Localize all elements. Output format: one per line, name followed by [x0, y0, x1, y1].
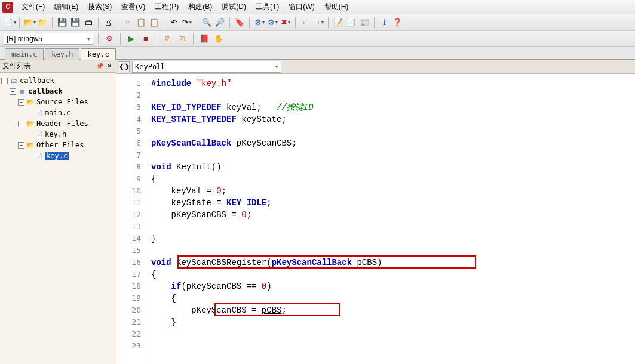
func-nav-button[interactable]: ❮❯ — [119, 61, 130, 72]
sidebar-close-icon[interactable]: ✕ — [105, 62, 113, 70]
tab-key-h[interactable]: key.h — [45, 48, 79, 60]
open-button[interactable]: 📂▾ — [23, 17, 35, 29]
collapse-icon[interactable]: − — [18, 121, 24, 127]
save-button[interactable]: 💾 — [56, 17, 68, 29]
tree-file-key-h[interactable]: 📄 key.h — [1, 129, 115, 140]
tree-file-key-c[interactable]: 📄 key.c — [1, 150, 115, 161]
build-button[interactable]: ⚙▾ — [266, 17, 278, 29]
menu-debug[interactable]: 调试(D) — [217, 1, 251, 13]
tree-file-main-c[interactable]: 📄 main.c — [1, 107, 115, 118]
tool3-button[interactable]: 📰 — [358, 17, 370, 29]
menu-tools[interactable]: 工具(T) — [251, 1, 284, 13]
collapse-icon[interactable]: − — [10, 88, 16, 95]
tree-project[interactable]: − ▦ callback — [1, 86, 115, 97]
save-all-button[interactable]: 🗃 — [82, 17, 94, 29]
open-project-button[interactable]: 📁 — [36, 17, 48, 29]
file-icon: 📄 — [35, 131, 43, 138]
file-tabs: main.c key.h key.c — [0, 47, 635, 60]
line-gutter: 1234567891011121314151617181920212223 — [116, 74, 146, 364]
undo-button[interactable]: ↶ — [168, 17, 180, 29]
target-combo[interactable]: [R] mingw5▾ — [4, 33, 93, 45]
debug1-button[interactable]: ⎚ — [162, 33, 174, 45]
print-button[interactable]: 🖨 — [102, 17, 114, 29]
workspace-icon: 🗂 — [10, 77, 18, 84]
menu-build[interactable]: 构建(B) — [183, 1, 217, 13]
tree-folder-other[interactable]: − 📂 Other Files — [1, 140, 115, 150]
sidebar-header: 文件列表 📌 ✕ — [0, 60, 116, 73]
menu-search[interactable]: 搜索(S) — [83, 1, 116, 13]
hand-button[interactable]: ✋ — [213, 33, 225, 45]
folder-icon: 📂 — [26, 120, 35, 127]
nav-fwd-button[interactable]: →▾ — [312, 17, 324, 29]
main-toolbar: 📄▾ 📂▾ 📁 💾 💾 🗃 🖨 ✂ 📋 📋 ↶ ↷▾ 🔍 🔎 🔖 ⚙▾ ⚙▾ ✖… — [0, 14, 635, 31]
find-button[interactable]: 🔍 — [201, 17, 213, 29]
file-icon: 📄 — [35, 152, 43, 159]
debug2-button[interactable]: ⎚ — [176, 33, 188, 45]
collapse-icon[interactable]: − — [1, 78, 8, 84]
code-content[interactable]: #include "key.h"KEY_ID_TYPEDEF keyVal; /… — [146, 74, 635, 364]
tree-workspace[interactable]: − 🗂 callback — [1, 75, 115, 86]
menu-edit[interactable]: 编辑(E) — [50, 1, 83, 13]
help-toolbar-button[interactable]: ℹ — [378, 17, 390, 29]
menu-project[interactable]: 工程(P) — [150, 1, 183, 13]
config-toolbar: [R] mingw5▾ ⚙ ▶ ■ ⎚ ⎚ 📕 ✋ — [0, 31, 635, 47]
file-icon: 📄 — [35, 109, 43, 116]
menu-view[interactable]: 查看(V) — [116, 1, 150, 13]
menubar: C 文件(F) 编辑(E) 搜索(S) 查看(V) 工程(P) 构建(B) 调试… — [0, 0, 635, 14]
folder-icon: 📂 — [26, 98, 35, 106]
menu-help[interactable]: 帮助(H) — [320, 1, 354, 13]
tool2-button[interactable]: 📑 — [345, 17, 357, 29]
book-button[interactable]: 📕 — [198, 33, 210, 45]
cut-button[interactable]: ✂ — [122, 17, 134, 29]
run-button[interactable]: ▶ — [125, 33, 137, 45]
sidebar-title: 文件列表 — [2, 61, 31, 71]
function-combo[interactable]: KeyPoll▾ — [132, 61, 281, 73]
tool1-button[interactable]: 📝 — [332, 17, 344, 29]
redo-button[interactable]: ↷▾ — [181, 17, 193, 29]
find-in-files-button[interactable]: 🔎 — [214, 17, 226, 29]
code-area[interactable]: 1234567891011121314151617181920212223 #i… — [116, 74, 635, 364]
sidebar-pin-icon[interactable]: 📌 — [96, 62, 104, 70]
tree-folder-source[interactable]: − 📂 Source Files — [1, 97, 115, 107]
bookmark-button[interactable]: 🔖 — [234, 17, 246, 29]
function-bar: ❮❯ KeyPoll▾ — [116, 60, 635, 74]
rebuild-button[interactable]: ✖▾ — [280, 17, 292, 29]
app-icon: C — [2, 2, 13, 13]
about-button[interactable]: ❓ — [391, 17, 403, 29]
menu-file[interactable]: 文件(F) — [17, 1, 50, 13]
collapse-icon[interactable]: − — [18, 142, 24, 149]
editor: ❮❯ KeyPoll▾ 1234567891011121314151617181… — [116, 60, 635, 364]
paste-button[interactable]: 📋 — [148, 17, 160, 29]
compile-button[interactable]: ⚙▾ — [253, 17, 265, 29]
collapse-icon[interactable]: − — [18, 99, 24, 106]
sidebar: 文件列表 📌 ✕ − 🗂 callback − ▦ callback − 📂 — [0, 60, 116, 364]
file-tree[interactable]: − 🗂 callback − ▦ callback − 📂 Source Fil… — [0, 73, 116, 164]
tree-folder-header[interactable]: − 📂 Header Files — [1, 118, 115, 129]
run-config-icon[interactable]: ⚙ — [103, 33, 115, 45]
save-as-button[interactable]: 💾 — [69, 17, 81, 29]
new-file-button[interactable]: 📄▾ — [4, 17, 16, 29]
menu-window[interactable]: 窗口(W) — [284, 1, 319, 13]
project-icon: ▦ — [18, 88, 26, 95]
copy-button[interactable]: 📋 — [135, 17, 147, 29]
folder-icon: 📂 — [26, 141, 35, 149]
nav-back-button[interactable]: ← — [299, 17, 311, 29]
stop-button[interactable]: ■ — [140, 33, 152, 45]
tab-main-c[interactable]: main.c — [5, 48, 44, 60]
tab-key-c[interactable]: key.c — [81, 48, 115, 60]
